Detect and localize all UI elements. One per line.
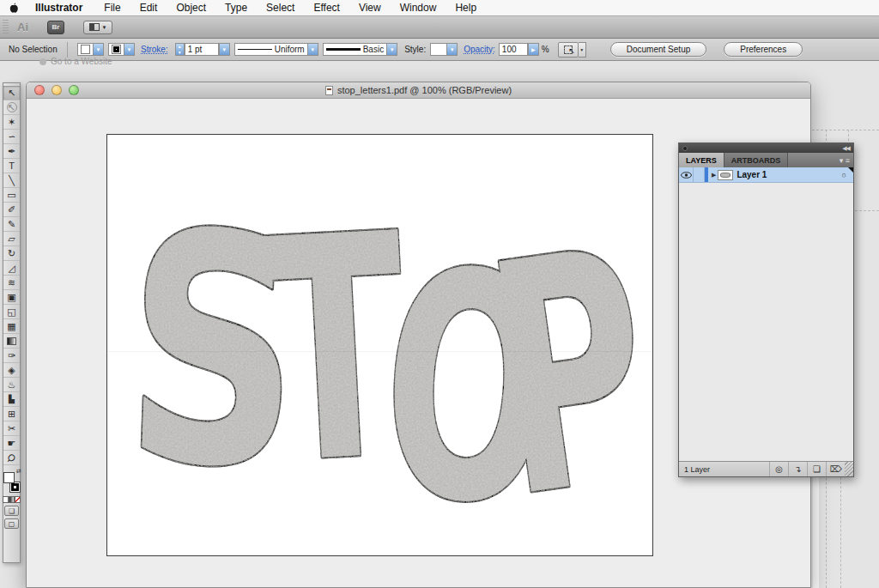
arrange-documents-icon xyxy=(89,23,100,31)
variable-width-dropdown[interactable]: Uniform ▼ xyxy=(234,43,318,56)
menu-item-view[interactable]: View xyxy=(349,0,391,15)
stroke-panel-link[interactable]: Stroke: xyxy=(141,45,168,54)
none-button[interactable] xyxy=(15,496,21,503)
shape-builder-icon: ◱ xyxy=(7,307,15,317)
visibility-toggle[interactable] xyxy=(679,167,694,182)
drawing-mode-button[interactable]: ❏ xyxy=(4,506,19,516)
current-layer-indicator xyxy=(848,167,853,173)
window-title-bar[interactable]: stop_letters1.pdf @ 100% (RGB/Preview) xyxy=(27,82,810,99)
menu-bar: Illustrator File Edit Object Type Select… xyxy=(0,0,879,16)
new-layer-button[interactable]: ❏ xyxy=(807,462,826,476)
type-icon: T xyxy=(9,161,15,171)
type-tool[interactable]: T xyxy=(3,159,20,173)
eraser-icon: ▱ xyxy=(8,234,15,244)
tab-layers[interactable]: LAYERS xyxy=(679,153,724,167)
pen-tool[interactable]: ✒ xyxy=(3,144,20,159)
delete-layer-button[interactable]: ⌦ xyxy=(826,462,845,476)
menu-item-object[interactable]: Object xyxy=(167,0,215,15)
menu-item-edit[interactable]: Edit xyxy=(130,0,167,15)
hand-tool[interactable]: ☛ xyxy=(3,436,20,451)
chevron-down-icon: ▼ xyxy=(102,25,107,30)
opacity-panel-link[interactable]: Opacity: xyxy=(464,45,495,54)
disclosure-triangle[interactable]: ▶ xyxy=(712,172,716,179)
width-tool[interactable]: ≋ xyxy=(3,276,20,290)
rectangle-tool[interactable]: ▭ xyxy=(3,188,20,203)
symbol-sprayer-tool[interactable]: ♨ xyxy=(3,378,20,392)
layer-row[interactable]: ▶ Layer 1 ○ xyxy=(679,167,853,183)
collapse-to-icons-icon[interactable]: ◀◀ xyxy=(842,145,850,152)
pencil-tool[interactable]: ✎ xyxy=(3,217,20,232)
new-sublayer-button[interactable]: ↴ xyxy=(788,462,807,476)
arrange-documents-button[interactable]: ▼ xyxy=(83,21,112,34)
artboard-tool[interactable]: ⊞ xyxy=(3,407,20,421)
menu-item-window[interactable]: Window xyxy=(391,0,446,15)
chevron-down-icon: ▼ xyxy=(446,44,457,55)
graphic-style-dropdown[interactable]: ▼ xyxy=(430,43,458,56)
preferences-button[interactable]: Preferences xyxy=(724,42,803,57)
lock-toggle[interactable] xyxy=(694,167,705,182)
menu-item-file[interactable]: File xyxy=(94,0,130,15)
target-circle-icon[interactable]: ○ xyxy=(842,171,846,179)
stroke-weight-stepper[interactable]: ▲▼ xyxy=(175,43,185,56)
menu-item-type[interactable]: Type xyxy=(215,0,257,15)
isolate-options-dropdown[interactable]: ▼ xyxy=(579,42,586,58)
isolate-selected-object-button[interactable]: ↖ xyxy=(558,42,579,58)
document-setup-button[interactable]: Document Setup xyxy=(610,42,707,57)
stroke-color-dropdown[interactable]: ▼ xyxy=(108,43,135,56)
magic-wand-tool[interactable]: ✶ xyxy=(3,115,20,130)
menu-item-effect[interactable]: Effect xyxy=(304,0,349,15)
tab-artboards[interactable]: ARTBOARDS xyxy=(724,153,789,167)
swap-fill-stroke-icon[interactable]: ⇄ xyxy=(16,468,21,475)
graph-icon: ▙ xyxy=(9,396,15,403)
color-button[interactable] xyxy=(3,496,9,503)
scale-tool[interactable]: ◿ xyxy=(3,261,20,276)
panel-menu-icon[interactable]: ▾ ≡ xyxy=(836,153,853,167)
layers-panel-header[interactable]: ◀◀ xyxy=(679,143,853,153)
opacity-field[interactable]: 100 xyxy=(499,43,528,56)
eyedropper-tool[interactable]: ✑ xyxy=(3,349,20,363)
fill-color-dropdown[interactable]: ▼ xyxy=(77,43,104,56)
menu-item-select[interactable]: Select xyxy=(257,0,304,15)
draw-normal-icon: ❏ xyxy=(9,507,15,515)
stroke-weight-field[interactable]: 1 pt xyxy=(185,43,219,56)
stroke-weight-dropdown[interactable]: ▼ xyxy=(219,43,230,56)
panel-resize-grip[interactable] xyxy=(845,462,853,476)
gradient-button[interactable] xyxy=(9,496,15,503)
selection-arrow-icon: ↖ xyxy=(8,88,15,98)
shape-builder-tool[interactable]: ◱ xyxy=(3,305,20,319)
panel-close-icon[interactable] xyxy=(682,146,688,151)
rotate-tool[interactable]: ↻ xyxy=(3,246,20,261)
free-transform-tool[interactable]: ▣ xyxy=(3,290,20,305)
layers-list-empty-area[interactable] xyxy=(679,183,853,461)
blend-tool[interactable]: ◈ xyxy=(3,363,20,378)
selection-tool[interactable]: ↖ xyxy=(3,86,20,100)
slice-tool[interactable]: ✂ xyxy=(3,421,20,436)
stop-artwork[interactable]: S T O P xyxy=(107,135,652,555)
opacity-dropdown[interactable]: ▶ xyxy=(528,43,539,56)
direct-selection-tool[interactable]: ↖ xyxy=(3,100,20,115)
application-bar: Ai Br ▼ xyxy=(0,16,879,39)
graph-tool[interactable]: ▙ xyxy=(3,392,20,407)
fill-proxy[interactable] xyxy=(3,472,15,483)
menu-item-help[interactable]: Help xyxy=(446,0,486,15)
screen-mode-button[interactable]: ▢ xyxy=(4,518,19,529)
magic-wand-icon: ✶ xyxy=(8,118,15,127)
gradient-tool[interactable] xyxy=(3,334,20,349)
apple-menu[interactable] xyxy=(0,2,26,14)
stroke-swatch xyxy=(112,45,121,54)
lasso-tool[interactable]: ∽ xyxy=(3,130,20,144)
make-clipping-mask-button[interactable]: ◎ xyxy=(769,462,788,476)
zoom-tool[interactable]: Ϙ xyxy=(3,451,20,465)
brush-definition-dropdown[interactable]: Basic ▼ xyxy=(323,43,397,56)
paintbrush-tool[interactable]: ✐ xyxy=(3,203,20,217)
line-segment-tool[interactable]: ╲ xyxy=(3,173,20,188)
fill-stroke-widget[interactable]: ⇄ xyxy=(3,470,21,493)
go-to-bridge-button[interactable]: Br xyxy=(47,21,64,34)
eraser-tool[interactable]: ▱ xyxy=(3,232,20,246)
style-label: Style: xyxy=(404,45,426,54)
menu-item-illustrator[interactable]: Illustrator xyxy=(26,0,94,15)
mesh-tool[interactable]: ▦ xyxy=(3,319,20,334)
layer-name[interactable]: Layer 1 xyxy=(737,170,767,179)
artboard[interactable]: S T O P xyxy=(106,134,653,556)
document-icon xyxy=(325,86,333,95)
